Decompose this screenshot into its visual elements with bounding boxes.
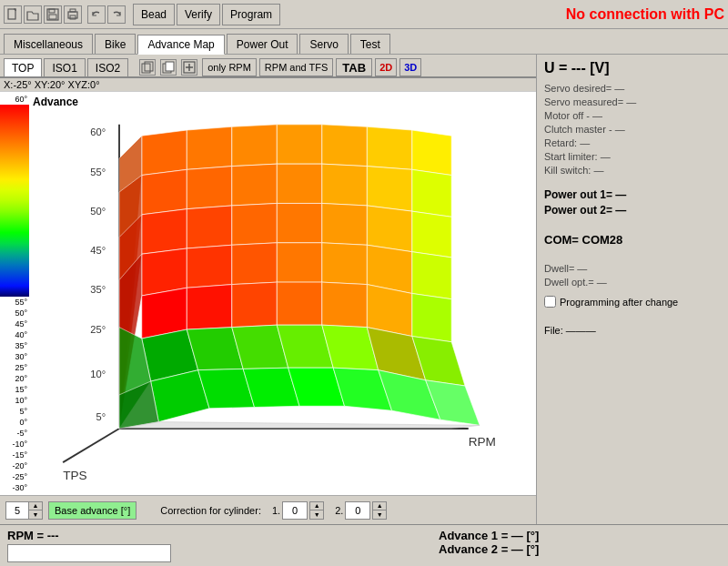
tab-button[interactable]: TAB [336, 58, 372, 76]
chart-area[interactable]: Advance RPM TPS [29, 92, 536, 495]
3d-button[interactable]: 3D [399, 58, 421, 76]
svg-marker-25 [142, 169, 187, 215]
svg-marker-47 [187, 285, 232, 330]
cylinder1-label: 1. [272, 505, 280, 516]
svg-marker-49 [277, 282, 322, 325]
svg-marker-45 [412, 252, 451, 299]
no-connection-label: No connection with PC [566, 6, 724, 23]
clutch-master-label: Clutch master - — [544, 124, 721, 135]
dwell-opt-label: Dwell opt.= — [544, 277, 721, 288]
bottom-row-1: RPM = --- TP= --- [%] Advance 1 = — [°] … [7, 529, 721, 566]
copy2-icon[interactable] [160, 59, 177, 76]
svg-marker-48 [232, 282, 278, 328]
svg-marker-20 [232, 125, 278, 167]
spin-down-arrow[interactable]: ▼ [29, 510, 42, 519]
tps-axis-label: TPS [63, 469, 86, 482]
tab-test[interactable]: Test [350, 34, 390, 54]
svg-text:55°: 55° [90, 167, 106, 177]
tab-servo[interactable]: Servo [299, 34, 348, 54]
power-out2-label: Power out 2= — [544, 204, 721, 217]
svg-marker-28 [277, 164, 322, 203]
save-file-icon[interactable] [44, 5, 62, 24]
3d-chart-svg[interactable]: RPM TPS [29, 92, 536, 495]
cyl1-down-arrow[interactable]: ▼ [310, 510, 323, 519]
sub-tab-iso2[interactable]: ISO2 [87, 58, 128, 76]
svg-rect-10 [166, 62, 174, 71]
svg-marker-34 [232, 203, 278, 245]
undo-icon[interactable] [87, 5, 106, 24]
coord-label: X:-25° XY:20° XYZ:0° [0, 78, 536, 92]
cylinder2-label: 2. [335, 505, 343, 516]
new-file-icon[interactable] [4, 5, 22, 24]
spin-up-arrow[interactable]: ▲ [29, 502, 42, 510]
svg-marker-41 [232, 243, 278, 285]
chart-title: Advance [33, 96, 78, 108]
redo-icon[interactable] [107, 5, 126, 24]
svg-text:35°: 35° [90, 285, 106, 296]
rpm-value-box[interactable] [7, 544, 171, 562]
cyl2-down-arrow[interactable]: ▼ [373, 510, 386, 519]
program-button[interactable]: Program [222, 4, 280, 25]
only-rpm-button[interactable]: only RPM [202, 58, 257, 76]
tab-power-out[interactable]: Power Out [227, 34, 298, 54]
svg-marker-24 [412, 130, 451, 176]
cylinder2-input[interactable]: 0 [345, 501, 370, 520]
bottom-left-col: RPM = --- TP= --- [%] [7, 529, 411, 566]
open-file-icon[interactable] [24, 5, 42, 24]
bead-button[interactable]: Bead [133, 4, 175, 25]
sub-tab-iso1[interactable]: ISO1 [44, 58, 85, 76]
svg-marker-23 [367, 126, 412, 169]
svg-marker-18 [142, 130, 187, 176]
sub-tab-top[interactable]: TOP [4, 58, 42, 76]
tab-miscellaneous[interactable]: Miscellaneous [4, 34, 93, 54]
svg-rect-0 [8, 9, 15, 19]
plus-icon[interactable] [181, 59, 197, 76]
cyl1-up-arrow[interactable]: ▲ [310, 502, 323, 510]
cylinder1-input[interactable]: 0 [282, 501, 308, 520]
rpm-axis-label: RPM [469, 435, 496, 449]
motor-off-label: Motor off - — [544, 110, 721, 121]
svg-marker-52 [412, 294, 451, 342]
bottom-controls: 5 ▲ ▼ Base advance [°] Correction for cy… [0, 495, 536, 524]
svg-marker-29 [322, 164, 368, 206]
base-advance-spinner[interactable]: 5 ▲ ▼ [5, 501, 43, 520]
programming-checkbox-row: Programming after change [544, 296, 721, 308]
power-out1-label: Power out 1= — [544, 188, 721, 201]
com-value-label: COM= COM28 [544, 233, 721, 247]
svg-marker-35 [277, 203, 322, 242]
svg-marker-39 [142, 248, 187, 296]
svg-text:45°: 45° [90, 245, 106, 256]
svg-marker-33 [187, 206, 232, 248]
svg-rect-2 [49, 9, 55, 13]
bottom-info: RPM = --- TP= --- [%] Advance 1 = — [°] … [0, 524, 728, 566]
advance1-label: Advance 1 = — [°] [439, 529, 721, 542]
svg-marker-50 [322, 282, 368, 328]
base-advance-button[interactable]: Base advance [°] [48, 501, 136, 520]
2d-button[interactable]: 2D [375, 58, 397, 76]
u-value-label: U = --- [V] [544, 60, 721, 76]
cyl2-up-arrow[interactable]: ▲ [373, 502, 386, 510]
svg-marker-19 [187, 126, 232, 169]
dwell-label: Dwell= — [544, 263, 721, 274]
tab-advance-map[interactable]: Advance Map [137, 35, 224, 55]
rpm-tfs-button[interactable]: RPM and TFS [259, 58, 334, 76]
svg-rect-3 [49, 15, 56, 19]
bottom-right-col: Advance 1 = — [°] Advance 2 = — [°] Pick… [430, 529, 721, 566]
svg-marker-37 [367, 206, 412, 252]
verify-button[interactable]: Verify [177, 4, 220, 25]
print-icon[interactable] [64, 5, 82, 24]
cylinder1-correction: 1. 0 ▲ ▼ [272, 501, 324, 520]
svg-text:50°: 50° [90, 206, 106, 217]
tab-bike[interactable]: Bike [95, 34, 136, 54]
svg-marker-38 [412, 211, 451, 258]
programming-checkbox[interactable] [544, 296, 556, 308]
kill-switch-label: Kill switch: — [544, 165, 721, 176]
right-panel: U = --- [V] Servo desired= — Servo measu… [537, 55, 728, 524]
svg-rect-5 [70, 9, 76, 12]
svg-marker-43 [322, 243, 368, 285]
copy1-icon[interactable] [139, 59, 156, 76]
file-row: File: ——— [544, 325, 721, 336]
cylinder2-correction: 2. 0 ▲ ▼ [335, 501, 387, 520]
svg-text:10°: 10° [90, 369, 106, 379]
svg-marker-30 [367, 167, 412, 212]
